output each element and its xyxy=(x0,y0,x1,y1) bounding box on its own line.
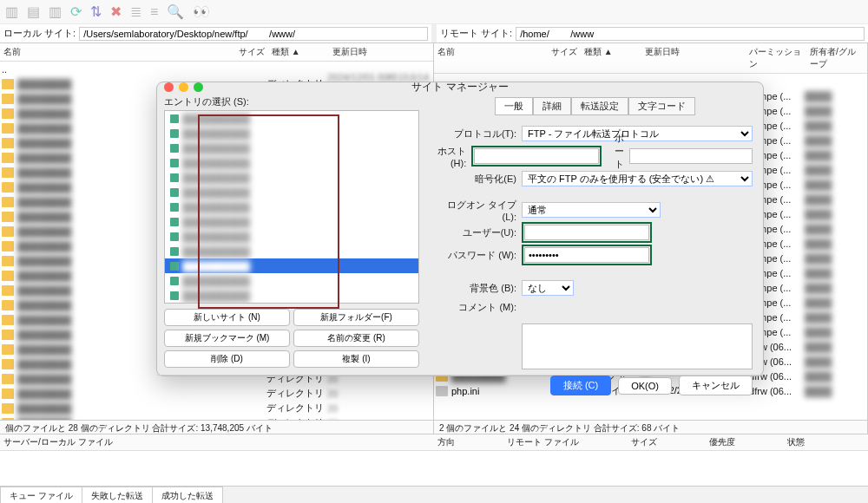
col-date[interactable]: 更新日時 xyxy=(329,45,433,59)
password-input[interactable] xyxy=(524,247,649,263)
toolbar-icon[interactable]: ≡ xyxy=(150,4,158,20)
search-icon[interactable]: 🔍 xyxy=(167,3,184,20)
comment-label: コメント (M): xyxy=(437,301,516,314)
toolbar-icon[interactable]: ▥ xyxy=(5,3,18,20)
delete-button[interactable]: 削除 (D) xyxy=(164,350,290,368)
protocol-label: プロトコル(T): xyxy=(437,127,516,140)
col-name[interactable]: 名前 xyxy=(0,45,225,59)
duplicate-button[interactable]: 複製 (I) xyxy=(293,350,419,368)
queue-col-local[interactable]: サーバー/ローカル ファイル xyxy=(3,436,113,448)
comment-textarea[interactable] xyxy=(522,323,753,369)
rename-button[interactable]: 名前の変更 (R) xyxy=(293,330,419,347)
col-name[interactable]: 名前 xyxy=(434,45,537,71)
binoculars-icon[interactable]: 👀 xyxy=(193,3,210,20)
bgcolor-select[interactable]: なし xyxy=(522,280,574,296)
refresh-icon[interactable]: ⟳ xyxy=(70,3,82,20)
tab-general[interactable]: 一般 xyxy=(495,97,533,115)
site-entry[interactable]: ██████████ xyxy=(165,199,418,214)
site-entry[interactable]: ██████████ xyxy=(165,288,418,303)
user-input[interactable] xyxy=(524,225,649,240)
toolbar-icon[interactable]: ≣ xyxy=(130,3,141,20)
col-type[interactable]: 種類 ▲ xyxy=(268,45,329,59)
site-entry[interactable]: ██████████ xyxy=(165,229,418,244)
password-label: パスワード (W): xyxy=(437,249,516,262)
logon-type-label: ログオン タイプ(L): xyxy=(437,199,516,222)
queue-col-prio[interactable]: 優先度 xyxy=(709,436,735,448)
col-date[interactable]: 更新日時 xyxy=(641,45,746,71)
tab-transfer[interactable]: 転送設定 xyxy=(571,97,628,115)
bgcolor-label: 背景色 (B): xyxy=(437,282,516,295)
col-size[interactable]: サイズ xyxy=(537,45,581,71)
tab-failed[interactable]: 失敗した転送 xyxy=(82,487,153,503)
site-entry[interactable]: ██████████ xyxy=(165,185,418,199)
protocol-select[interactable]: FTP - ファイル転送プロトコル xyxy=(522,126,753,141)
remote-path-label: リモート サイト: xyxy=(440,27,512,40)
site-entry[interactable]: ██████████ xyxy=(165,126,418,140)
queue-col-rfile[interactable]: リモート ファイル xyxy=(507,436,579,448)
bottom-tabs: キュー ファイル 失敗した転送 成功した転送 xyxy=(0,486,868,503)
site-entry[interactable]: ██████████ xyxy=(165,273,418,288)
site-entry[interactable]: ██████████ xyxy=(165,170,418,185)
path-bar: ローカル サイト: リモート サイト: xyxy=(0,24,868,43)
site-manager-dialog: サイト マネージャー エントリの選択 (S): ████████████████… xyxy=(156,82,764,376)
entry-list[interactable]: ████████████████████████████████████████… xyxy=(164,110,419,304)
ok-button[interactable]: OK(O) xyxy=(618,377,672,395)
tab-advanced[interactable]: 詳細 xyxy=(533,97,571,115)
local-path-label: ローカル サイト: xyxy=(3,27,76,40)
port-input[interactable] xyxy=(629,148,753,164)
new-site-button[interactable]: 新しいサイト (N) xyxy=(164,309,290,326)
logon-type-select[interactable]: 通常 xyxy=(522,202,661,218)
toolbar-icon[interactable]: ▤ xyxy=(27,3,40,20)
entries-label: エントリの選択 (S): xyxy=(164,95,419,108)
site-entry[interactable]: ██████████ xyxy=(165,111,418,126)
file-row[interactable]: ████████ディレクトリ20 xyxy=(0,401,433,415)
local-status: 個のファイルと 28 個のディレクトリ 合計サイズ: 13,748,205 バイ… xyxy=(0,420,433,434)
new-bookmark-button[interactable]: 新規ブックマーク (M) xyxy=(164,330,290,347)
tab-success[interactable]: 成功した転送 xyxy=(152,487,223,503)
host-input[interactable] xyxy=(474,148,599,164)
col-owner[interactable]: 所有者/グループ xyxy=(806,45,867,71)
toolbar-icon[interactable]: ▥ xyxy=(49,3,62,20)
dialog-title: サイト マネージャー xyxy=(157,80,763,95)
connect-button[interactable]: 接続 (C) xyxy=(550,376,611,395)
remote-path-input[interactable] xyxy=(516,27,865,41)
col-type[interactable]: 種類 ▲ xyxy=(581,45,641,71)
site-entry[interactable]: ██████████ xyxy=(165,258,418,273)
site-entry[interactable]: ██████████ xyxy=(165,244,418,258)
encryption-select[interactable]: 平文の FTP のみを使用する (安全でない) ⚠ xyxy=(522,171,753,186)
site-entry[interactable]: ██████████ xyxy=(165,155,418,170)
site-entry[interactable]: ██████████ xyxy=(165,140,418,155)
remote-status: 2 個のファイルと 24 個のディレクトリ 合計サイズ: 68 バイト xyxy=(434,420,867,434)
queue-col-stat[interactable]: 状態 xyxy=(787,436,805,448)
user-label: ユーザー(U): xyxy=(437,226,516,239)
cancel-button[interactable]: キャンセル xyxy=(679,376,753,395)
col-size[interactable]: サイズ xyxy=(225,45,268,59)
tab-queue[interactable]: キュー ファイル xyxy=(0,487,82,503)
main-toolbar: ▥ ▤ ▥ ⟳ ⇅ ✖ ≣ ≡ 🔍 👀 xyxy=(0,0,868,24)
queue-col-dir[interactable]: 方向 xyxy=(437,436,455,448)
queue-col-size[interactable]: サイズ xyxy=(631,436,657,448)
local-path-input[interactable] xyxy=(79,27,428,41)
col-perm[interactable]: パーミッション xyxy=(746,45,806,71)
file-row[interactable]: ████████ディレクトリ20 xyxy=(0,415,433,420)
toolbar-icon[interactable]: ⇅ xyxy=(90,3,102,20)
encryption-label: 暗号化(E) xyxy=(437,173,516,186)
site-entry[interactable]: ██████████ xyxy=(165,214,418,229)
new-folder-button[interactable]: 新規フォルダー(F) xyxy=(293,309,419,326)
stop-icon[interactable]: ✖ xyxy=(110,3,122,20)
host-label: ホスト (H): xyxy=(437,145,466,168)
tab-charset[interactable]: 文字コード xyxy=(628,97,695,115)
